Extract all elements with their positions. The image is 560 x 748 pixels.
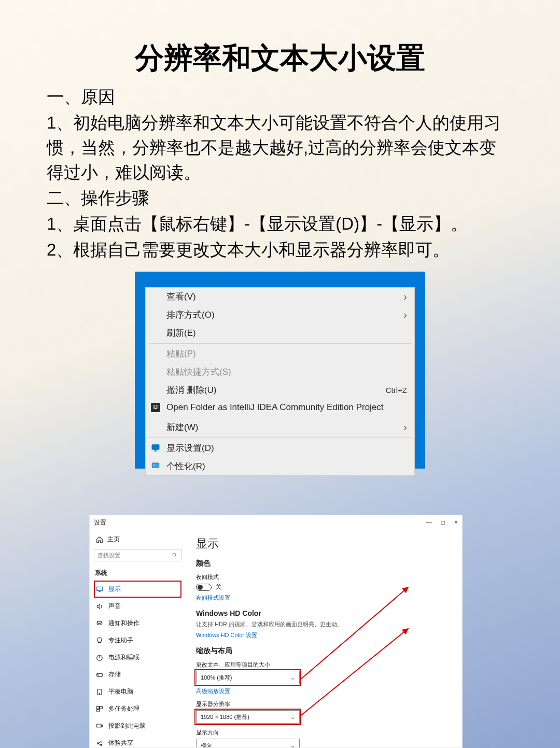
document-title: 分辨率和文本大小设置 [0,0,560,78]
menu-item-sort[interactable]: 排序方式(O) [146,306,414,324]
intellij-icon: IJ [151,403,160,412]
sidebar-home[interactable]: 主页 [94,533,181,549]
svg-rect-15 [97,724,101,727]
project-icon [96,723,103,730]
section-hd: Windows HD Color [196,609,452,617]
search-icon [172,552,178,558]
personalize-icon [151,461,160,471]
orientation-dropdown[interactable]: 横向 [196,739,300,747]
sidebar-item-notifications[interactable]: 通知和操作 [94,615,181,632]
notification-icon [96,620,103,627]
section-color: 颜色 [196,559,452,568]
svg-point-4 [173,553,176,556]
sidebar-item-share[interactable]: 体验共享 [94,735,181,747]
monitor-icon [151,443,160,453]
menu-separator [149,417,411,417]
scale-dropdown[interactable]: 100% (推荐) [196,671,300,684]
sidebar-item-tablet[interactable]: 平板电脑 [94,683,181,700]
sound-icon [96,603,103,610]
menu-item-personalize[interactable]: 个性化(R) [146,457,414,475]
resolution-label: 显示器分辨率 [196,700,452,708]
sidebar-item-display[interactable]: 显示 [94,581,181,598]
svg-point-11 [99,693,100,694]
paragraph-step-1: 1、桌面点击【鼠标右键】-【显示设置(D)】-【显示】。 [47,211,513,236]
menu-separator [149,343,411,344]
toggle-off-icon [196,584,212,591]
night-mode-toggle[interactable]: 关 [196,583,452,591]
section-1-heading: 一、原因 [47,84,513,109]
svg-rect-14 [97,709,100,712]
sidebar-item-focus[interactable]: 专注助手 [94,632,181,649]
orientation-label: 显示方向 [196,729,452,737]
settings-main: 显示 颜色 夜间模式 关 夜间模式设置 Windows HD Color 让支持… [186,530,462,747]
storage-icon [96,671,103,679]
sidebar-item-storage[interactable]: 存储 [94,666,181,683]
power-icon [96,654,103,661]
svg-point-9 [98,674,99,675]
svg-rect-5 [97,587,103,590]
svg-rect-1 [152,463,159,468]
multitask-icon [96,705,103,713]
svg-rect-0 [152,445,159,449]
sidebar-item-sound[interactable]: 声音 [94,598,181,615]
menu-item-display-settings[interactable]: 显示设置(D) [146,439,414,457]
advanced-scale-link[interactable]: 高级缩放设置 [196,687,230,695]
share-icon [96,740,103,747]
sidebar-item-project[interactable]: 投影到此电脑 [94,717,181,735]
settings-sidebar: 主页 查找设置 系统 显示 声音 通知和操作 专注助手 [90,530,186,747]
menu-item-undo[interactable]: 撤消 删除(U) Ctrl+Z [146,381,414,399]
settings-window-screenshot: 设置 — □ × 主页 查找设置 系统 显示 声音 [89,515,463,748]
window-maximize-button[interactable]: □ [441,519,445,526]
sidebar-section: 系统 [94,567,181,581]
menu-item-view[interactable]: 查看(V) [146,288,414,306]
svg-rect-13 [100,706,103,709]
night-mode-label: 夜间模式 [196,573,452,581]
resolution-dropdown[interactable]: 1920 × 1080 (推荐) [196,710,300,724]
home-icon [96,536,103,543]
night-mode-link[interactable]: 夜间模式设置 [196,594,230,602]
menu-item-paste-shortcut: 粘贴快捷方式(S) [146,363,414,381]
menu-item-refresh[interactable]: 刷新(E) [146,324,414,342]
sidebar-item-multitask[interactable]: 多任务处理 [94,700,181,717]
menu-separator [149,437,411,438]
svg-point-17 [101,741,102,742]
window-minimize-button[interactable]: — [426,519,432,526]
menu-item-paste: 粘贴(P) [146,345,414,363]
menu-item-intellij[interactable]: IJ Open Folder as IntelliJ IDEA Communit… [146,399,414,416]
window-titlebar: 设置 — □ × [90,515,462,530]
svg-rect-12 [97,706,100,709]
section-scale: 缩放与布局 [196,646,452,656]
shortcut-label: Ctrl+Z [386,386,407,394]
tablet-icon [96,688,103,696]
desktop-context-menu-screenshot: 查看(V) 排序方式(O) 刷新(E) 粘贴(P) 粘贴快捷方式(S) 撤消 删… [135,272,425,469]
menu-item-new[interactable]: 新建(W) [146,418,414,436]
window-close-button[interactable]: × [454,519,458,526]
hd-link[interactable]: Windows HD Color 设置 [196,631,257,639]
page-title: 显示 [196,536,452,552]
window-title: 设置 [94,518,106,527]
hd-desc: 让支持 HDR 的视频、游戏和应用的画面更明亮、更生动。 [196,620,452,628]
context-menu: 查看(V) 排序方式(O) 刷新(E) 粘贴(P) 粘贴快捷方式(S) 撤消 删… [145,287,415,476]
svg-point-3 [153,464,155,466]
search-input[interactable]: 查找设置 [94,549,181,561]
document-body: 一、原因 1、初始电脑分辨率和文本大小可能设置不符合个人的使用习惯，当然，分辨率… [0,78,560,262]
paragraph-step-2: 2、根据自己需要更改文本大小和显示器分辨率即可。 [47,237,513,262]
focus-icon [96,637,103,644]
section-2-heading: 二、操作步骤 [47,186,513,210]
svg-point-16 [97,742,98,743]
paragraph-reason: 1、初始电脑分辨率和文本大小可能设置不符合个人的使用习惯，当然，分辨率也不是越大… [47,110,513,185]
scale-label: 更改文本、应用等项目的大小 [196,661,452,669]
display-icon [96,586,103,593]
svg-point-18 [101,744,102,745]
sidebar-item-power[interactable]: 电源和睡眠 [94,649,181,666]
